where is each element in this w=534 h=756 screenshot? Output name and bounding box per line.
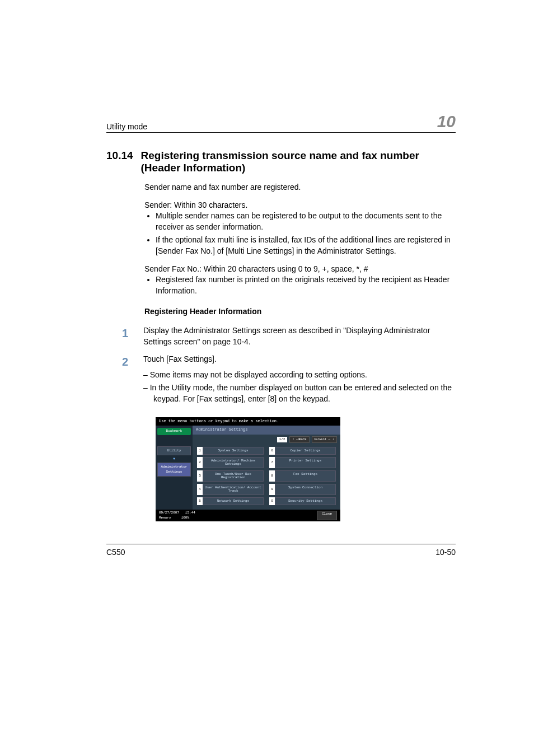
- step-text: Display the Administrator Settings scree…: [143, 325, 456, 347]
- subheading: Registering Header Information: [144, 306, 456, 318]
- intro-paragraph: Sender name and fax number are registere…: [144, 182, 456, 193]
- ss-menu-button-5[interactable]: Network Settings: [203, 497, 264, 505]
- ss-instruction: Use the menu buttons or keypad to make a…: [156, 417, 340, 426]
- ss-left-tab-admin[interactable]: Administrator Settings: [157, 463, 191, 477]
- ss-menu-num: 8: [269, 470, 275, 482]
- ss-footer-time: 15:44: [185, 511, 195, 515]
- ss-footer-date: 09/27/2007: [159, 511, 179, 515]
- ss-menu-num: 2: [197, 457, 203, 468]
- step-sub-list: Some items may not be displayed accordin…: [143, 370, 456, 405]
- ss-menu-num: 9: [269, 484, 275, 495]
- bullet-item: Registered fax number is printed on the …: [156, 274, 456, 296]
- ss-menu-num: 0: [269, 497, 275, 505]
- running-header-left: Utility mode: [106, 122, 147, 131]
- ss-menu-button-0[interactable]: Security Settings: [275, 497, 336, 505]
- ss-forward-button[interactable]: Forward → ↓: [312, 436, 337, 443]
- ss-bookmark-tab[interactable]: Bookmark: [157, 428, 191, 435]
- faxno-bullet-list: Registered fax number is printed on the …: [144, 274, 456, 296]
- ss-menu-button-1[interactable]: System Settings: [203, 447, 264, 455]
- bullet-item: If the optional fax multi line is instal…: [156, 235, 456, 256]
- ss-menu-num: 1: [197, 447, 203, 455]
- down-arrow-icon: ▼: [157, 457, 191, 461]
- ss-menu-button-3[interactable]: One-Touch/User Box Registration: [203, 470, 264, 482]
- ss-page-counter: 1/2: [277, 437, 288, 442]
- section-title: Registering transmission source name and…: [141, 150, 456, 174]
- faxno-line: Sender Fax No.: Within 20 characters usi…: [144, 264, 456, 275]
- footer-model: C550: [106, 548, 125, 557]
- dash-item: Some items may not be displayed accordin…: [153, 370, 456, 381]
- ss-menu-button-8[interactable]: Fax Settings: [275, 470, 336, 482]
- ss-menu-num: 6: [269, 447, 275, 455]
- ss-close-button[interactable]: Close: [317, 511, 337, 520]
- sender-line: Sender: Within 30 characters.: [144, 200, 456, 211]
- ss-menu-num: 3: [197, 470, 203, 482]
- section-number: 10.14: [106, 150, 133, 174]
- footer-page: 10-50: [435, 548, 456, 557]
- step-number: 1: [122, 325, 133, 347]
- ss-menu-button-7[interactable]: Printer Settings: [275, 457, 336, 468]
- ss-menu-button-6[interactable]: Copier Settings: [275, 447, 336, 455]
- ss-menu-num: 7: [269, 457, 275, 468]
- ss-menu-button-9[interactable]: System Connection: [275, 484, 336, 495]
- ss-menu-button-4[interactable]: User Authentication/ Account Track: [203, 484, 264, 495]
- bullet-item: Multiple sender names can be registered …: [156, 211, 456, 232]
- step-number: 2: [122, 354, 133, 407]
- running-header-chapter: 10: [437, 112, 456, 131]
- ss-back-button[interactable]: ↑ ←Back: [289, 436, 309, 443]
- ss-menu-button-2[interactable]: Administrator/ Machine Settings: [203, 457, 264, 468]
- ss-footer-mem-value: 100%: [181, 516, 189, 520]
- admin-settings-screenshot: Use the menu buttons or keypad to make a…: [156, 417, 340, 522]
- ss-footer-mem-label: Memory: [159, 516, 171, 520]
- ss-menu-num: 5: [197, 497, 203, 505]
- sender-bullet-list: Multiple sender names can be registered …: [144, 211, 456, 256]
- ss-left-tab-utility[interactable]: Utility: [157, 446, 191, 455]
- ss-panel-title: Administrator Settings: [193, 426, 340, 435]
- step-text: Touch [Fax Settings].: [143, 354, 456, 365]
- dash-item: In the Utility mode, the number displaye…: [153, 382, 456, 404]
- ss-menu-num: 4: [197, 484, 203, 495]
